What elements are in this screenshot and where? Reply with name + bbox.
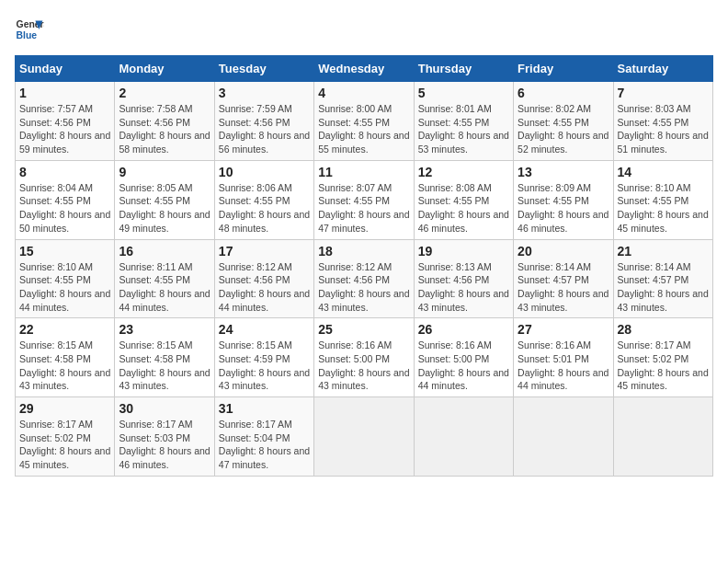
day-detail: Sunrise: 8:00 AMSunset: 4:55 PMDaylight:… xyxy=(318,103,409,155)
day-detail: Sunrise: 8:07 AMSunset: 4:55 PMDaylight:… xyxy=(318,182,409,234)
calendar-cell: 23 Sunrise: 8:15 AMSunset: 4:58 PMDaylig… xyxy=(115,318,214,397)
day-number: 16 xyxy=(119,244,210,259)
calendar-cell: 15 Sunrise: 8:10 AMSunset: 4:55 PMDaylig… xyxy=(16,239,115,318)
day-number: 26 xyxy=(418,322,509,337)
day-detail: Sunrise: 8:15 AMSunset: 4:59 PMDaylight:… xyxy=(219,339,310,391)
day-number: 30 xyxy=(119,401,210,416)
day-detail: Sunrise: 8:10 AMSunset: 4:55 PMDaylight:… xyxy=(618,182,709,234)
day-detail: Sunrise: 8:11 AMSunset: 4:55 PMDaylight:… xyxy=(119,261,210,313)
calendar-cell: 7 Sunrise: 8:03 AMSunset: 4:55 PMDayligh… xyxy=(613,82,712,161)
calendar-cell: 8 Sunrise: 8:04 AMSunset: 4:55 PMDayligh… xyxy=(16,160,115,239)
day-detail: Sunrise: 8:09 AMSunset: 4:55 PMDaylight:… xyxy=(518,182,609,234)
calendar-cell: 2 Sunrise: 7:58 AMSunset: 4:56 PMDayligh… xyxy=(115,82,214,161)
day-detail: Sunrise: 8:17 AMSunset: 5:02 PMDaylight:… xyxy=(19,419,110,470)
calendar-cell xyxy=(414,397,513,477)
day-detail: Sunrise: 8:05 AMSunset: 4:55 PMDaylight:… xyxy=(119,182,210,234)
calendar-cell: 5 Sunrise: 8:01 AMSunset: 4:55 PMDayligh… xyxy=(414,82,513,161)
calendar-cell: 6 Sunrise: 8:02 AMSunset: 4:55 PMDayligh… xyxy=(514,82,613,161)
day-number: 15 xyxy=(19,244,110,259)
logo-icon: General Blue xyxy=(15,15,44,44)
day-detail: Sunrise: 8:02 AMSunset: 4:55 PMDaylight:… xyxy=(518,103,609,155)
calendar-cell: 16 Sunrise: 8:11 AMSunset: 4:55 PMDaylig… xyxy=(115,239,214,318)
calendar-cell: 27 Sunrise: 8:16 AMSunset: 5:01 PMDaylig… xyxy=(514,318,613,397)
day-detail: Sunrise: 8:06 AMSunset: 4:55 PMDaylight:… xyxy=(219,182,310,234)
day-detail: Sunrise: 8:10 AMSunset: 4:55 PMDaylight:… xyxy=(19,261,110,313)
calendar-row: 8 Sunrise: 8:04 AMSunset: 4:55 PMDayligh… xyxy=(16,160,713,239)
day-detail: Sunrise: 7:57 AMSunset: 4:56 PMDaylight:… xyxy=(19,103,110,155)
day-number: 17 xyxy=(219,244,310,259)
weekday-header-cell: Monday xyxy=(115,56,214,82)
calendar-cell: 31 Sunrise: 8:17 AMSunset: 5:04 PMDaylig… xyxy=(214,397,313,477)
day-number: 10 xyxy=(219,165,310,179)
calendar-cell: 3 Sunrise: 7:59 AMSunset: 4:56 PMDayligh… xyxy=(214,82,313,161)
calendar-cell: 28 Sunrise: 8:17 AMSunset: 5:02 PMDaylig… xyxy=(613,318,712,397)
weekday-header-row: SundayMondayTuesdayWednesdayThursdayFrid… xyxy=(16,56,713,82)
day-detail: Sunrise: 8:13 AMSunset: 4:56 PMDaylight:… xyxy=(418,261,509,313)
day-detail: Sunrise: 8:15 AMSunset: 4:58 PMDaylight:… xyxy=(119,339,210,391)
calendar-body: 1 Sunrise: 7:57 AMSunset: 4:56 PMDayligh… xyxy=(16,82,713,477)
calendar-cell: 26 Sunrise: 8:16 AMSunset: 5:00 PMDaylig… xyxy=(414,318,513,397)
calendar-row: 22 Sunrise: 8:15 AMSunset: 4:58 PMDaylig… xyxy=(16,318,713,397)
day-detail: Sunrise: 8:17 AMSunset: 5:03 PMDaylight:… xyxy=(119,419,210,470)
day-detail: Sunrise: 8:16 AMSunset: 5:00 PMDaylight:… xyxy=(318,339,409,391)
calendar-cell: 10 Sunrise: 8:06 AMSunset: 4:55 PMDaylig… xyxy=(214,160,313,239)
day-number: 28 xyxy=(618,322,709,337)
calendar-cell: 9 Sunrise: 8:05 AMSunset: 4:55 PMDayligh… xyxy=(115,160,214,239)
calendar-cell xyxy=(314,397,414,477)
calendar-cell xyxy=(613,397,712,477)
day-number: 2 xyxy=(119,86,210,100)
calendar-cell: 21 Sunrise: 8:14 AMSunset: 4:57 PMDaylig… xyxy=(613,239,712,318)
weekday-header-cell: Friday xyxy=(514,56,613,82)
calendar-row: 15 Sunrise: 8:10 AMSunset: 4:55 PMDaylig… xyxy=(16,239,713,318)
calendar-row: 1 Sunrise: 7:57 AMSunset: 4:56 PMDayligh… xyxy=(16,82,713,161)
day-number: 12 xyxy=(418,165,509,179)
day-detail: Sunrise: 8:16 AMSunset: 5:01 PMDaylight:… xyxy=(518,339,609,391)
calendar-cell: 17 Sunrise: 8:12 AMSunset: 4:56 PMDaylig… xyxy=(214,239,313,318)
day-number: 21 xyxy=(618,244,709,259)
calendar-cell: 4 Sunrise: 8:00 AMSunset: 4:55 PMDayligh… xyxy=(314,82,414,161)
calendar-cell xyxy=(514,397,613,477)
day-number: 25 xyxy=(318,322,409,337)
day-number: 24 xyxy=(219,322,310,337)
day-number: 27 xyxy=(518,322,609,337)
day-number: 19 xyxy=(418,244,509,259)
day-number: 3 xyxy=(219,86,310,100)
calendar-cell: 1 Sunrise: 7:57 AMSunset: 4:56 PMDayligh… xyxy=(16,82,115,161)
day-detail: Sunrise: 8:03 AMSunset: 4:55 PMDaylight:… xyxy=(618,103,709,155)
day-detail: Sunrise: 8:14 AMSunset: 4:57 PMDaylight:… xyxy=(618,261,709,313)
calendar-cell: 30 Sunrise: 8:17 AMSunset: 5:03 PMDaylig… xyxy=(115,397,214,477)
weekday-header-cell: Tuesday xyxy=(214,56,313,82)
calendar-cell: 18 Sunrise: 8:12 AMSunset: 4:56 PMDaylig… xyxy=(314,239,414,318)
logo: General Blue xyxy=(15,15,44,44)
calendar-cell: 11 Sunrise: 8:07 AMSunset: 4:55 PMDaylig… xyxy=(314,160,414,239)
day-detail: Sunrise: 8:12 AMSunset: 4:56 PMDaylight:… xyxy=(219,261,310,313)
weekday-header-cell: Thursday xyxy=(414,56,513,82)
day-number: 11 xyxy=(318,165,409,179)
calendar-cell: 13 Sunrise: 8:09 AMSunset: 4:55 PMDaylig… xyxy=(514,160,613,239)
calendar-cell: 20 Sunrise: 8:14 AMSunset: 4:57 PMDaylig… xyxy=(514,239,613,318)
day-number: 6 xyxy=(518,86,609,100)
page-header: General Blue xyxy=(15,15,713,44)
day-detail: Sunrise: 7:59 AMSunset: 4:56 PMDaylight:… xyxy=(219,103,310,155)
weekday-header-cell: Wednesday xyxy=(314,56,414,82)
day-detail: Sunrise: 8:04 AMSunset: 4:55 PMDaylight:… xyxy=(19,182,110,234)
day-detail: Sunrise: 8:01 AMSunset: 4:55 PMDaylight:… xyxy=(418,103,509,155)
calendar-table: SundayMondayTuesdayWednesdayThursdayFrid… xyxy=(15,55,713,477)
day-detail: Sunrise: 8:15 AMSunset: 4:58 PMDaylight:… xyxy=(19,339,110,391)
day-detail: Sunrise: 8:17 AMSunset: 5:02 PMDaylight:… xyxy=(618,339,709,391)
day-number: 5 xyxy=(418,86,509,100)
day-detail: Sunrise: 8:17 AMSunset: 5:04 PMDaylight:… xyxy=(219,419,310,470)
day-detail: Sunrise: 8:12 AMSunset: 4:56 PMDaylight:… xyxy=(318,261,409,313)
weekday-header-cell: Saturday xyxy=(613,56,712,82)
day-number: 8 xyxy=(19,165,110,179)
day-number: 1 xyxy=(19,86,110,100)
day-number: 31 xyxy=(219,401,310,416)
day-number: 4 xyxy=(318,86,409,100)
day-number: 18 xyxy=(318,244,409,259)
calendar-cell: 24 Sunrise: 8:15 AMSunset: 4:59 PMDaylig… xyxy=(214,318,313,397)
day-number: 7 xyxy=(618,86,709,100)
calendar-cell: 22 Sunrise: 8:15 AMSunset: 4:58 PMDaylig… xyxy=(16,318,115,397)
day-detail: Sunrise: 7:58 AMSunset: 4:56 PMDaylight:… xyxy=(119,103,210,155)
calendar-cell: 29 Sunrise: 8:17 AMSunset: 5:02 PMDaylig… xyxy=(16,397,115,477)
calendar-cell: 25 Sunrise: 8:16 AMSunset: 5:00 PMDaylig… xyxy=(314,318,414,397)
